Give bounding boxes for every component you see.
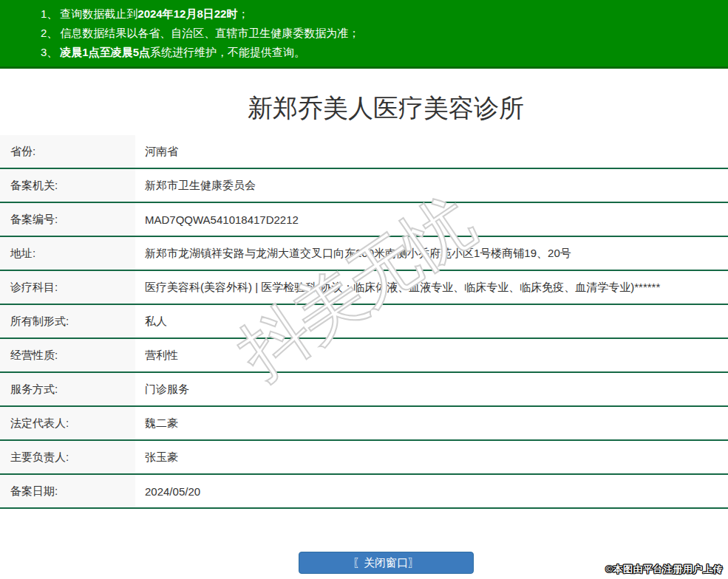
row-label: 备案机关:	[0, 169, 135, 202]
row-label: 省份:	[0, 135, 135, 168]
table-row: 备案日期: 2024/05/20	[0, 475, 728, 509]
table-row: 所有制形式: 私人	[0, 305, 728, 339]
notice-text: ；	[237, 7, 248, 20]
notice-number: 1、	[41, 4, 58, 24]
row-value: 魏二豪	[135, 407, 178, 439]
table-row: 主要负责人: 张玉豪	[0, 441, 728, 475]
notice-bold-text: 2024年12月8日22时	[137, 7, 237, 20]
page-title: 新郑乔美人医疗美容诊所	[0, 93, 728, 123]
table-row: 经营性质: 营利性	[0, 339, 728, 373]
row-label: 诊疗科目:	[0, 271, 135, 304]
row-value: 营利性	[135, 339, 178, 371]
row-value: 门诊服务	[135, 373, 189, 405]
page-container: 1、查询数据截止到2024年12月8日22时； 2、信息数据结果以各省、自治区、…	[0, 0, 728, 574]
notice-banner: 1、查询数据截止到2024年12月8日22时； 2、信息数据结果以各省、自治区、…	[0, 0, 728, 69]
row-label: 法定代表人:	[0, 407, 135, 439]
row-label: 地址:	[0, 237, 135, 270]
row-value: 新郑市龙湖镇祥安路与龙湖大道交叉口向东200米南侧小乔府苑小区1号楼商铺19、2…	[135, 237, 571, 270]
close-window-button[interactable]: 〖关闭窗口〗	[299, 552, 474, 574]
notice-line-3: 3、凌晨1点至凌晨5点系统进行维护，不能提供查询。	[41, 43, 728, 62]
row-label: 备案日期:	[0, 475, 135, 507]
notice-text: 系统进行维护，不能提供查询。	[150, 46, 305, 58]
notice-line-2: 2、信息数据结果以各省、自治区、直辖市卫生健康委数据为准；	[41, 24, 728, 43]
table-row: 法定代表人: 魏二豪	[0, 407, 728, 441]
row-label: 服务方式:	[0, 373, 135, 405]
row-value: 新郑市卫生健康委员会	[135, 169, 256, 202]
row-value: 张玉豪	[135, 441, 178, 473]
notice-line-1: 1、查询数据截止到2024年12月8日22时；	[41, 4, 728, 24]
table-row: 省份: 河南省	[0, 135, 728, 169]
record-table: 省份: 河南省 备案机关: 新郑市卫生健康委员会 备案编号: MAD7QQWA5…	[0, 135, 728, 509]
row-label: 所有制形式:	[0, 305, 135, 338]
row-value: 医疗美容科(美容外科) | 医学检验科(协议：临床体液、血液专业、临床专业、临床…	[135, 271, 660, 304]
table-row: 服务方式: 门诊服务	[0, 373, 728, 407]
row-label: 备案编号:	[0, 203, 135, 236]
row-label: 主要负责人:	[0, 441, 135, 473]
table-row: 备案机关: 新郑市卫生健康委员会	[0, 169, 728, 203]
image-credit-badge: ©本图由平台注册用户上传	[605, 563, 723, 576]
table-row: 地址: 新郑市龙湖镇祥安路与龙湖大道交叉口向东200米南侧小乔府苑小区1号楼商铺…	[0, 237, 728, 271]
row-label: 经营性质:	[0, 339, 135, 371]
row-value: 河南省	[135, 135, 178, 168]
notice-number: 2、	[41, 24, 58, 43]
notice-bold-text: 凌晨1点至凌晨5点	[60, 46, 150, 58]
notice-number: 3、	[41, 43, 58, 62]
row-value: 私人	[135, 305, 167, 338]
table-row: 备案编号: MAD7QQWA541018417D2212	[0, 203, 728, 237]
notice-text: 查询数据截止到	[60, 7, 137, 20]
row-value: 2024/05/20	[135, 475, 200, 507]
row-value: MAD7QQWA541018417D2212	[135, 203, 299, 236]
notice-text: 信息数据结果以各省、自治区、直辖市卫生健康委数据为准；	[60, 27, 359, 39]
table-row: 诊疗科目: 医疗美容科(美容外科) | 医学检验科(协议：临床体液、血液专业、临…	[0, 271, 728, 305]
